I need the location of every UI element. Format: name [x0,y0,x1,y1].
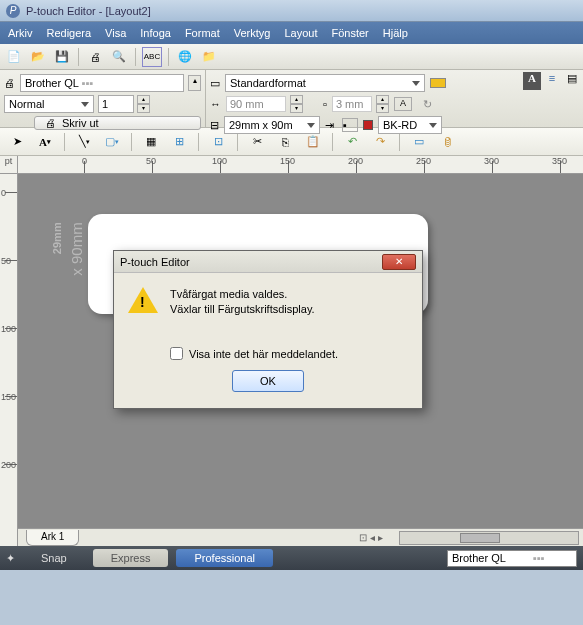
landscape-icon[interactable] [430,78,446,88]
dialog-title: P-touch Editor [120,256,190,268]
line-tool[interactable]: ╲▾ [73,131,95,153]
dialog-close-button[interactable]: ✕ [382,254,416,270]
menu-format[interactable]: Format [185,27,220,39]
margin-icon: ▫ [323,98,327,110]
nav-icons[interactable]: ⊡ ◂ ▸ [359,532,383,543]
pointer-tool[interactable]: ➤ [6,131,28,153]
feed-icon[interactable]: ⇥ [325,119,334,132]
width-spin[interactable]: ▴▾ [290,95,303,113]
menu-infoga[interactable]: Infoga [140,27,171,39]
window-title: P-touch Editor - [Layout2] [26,5,151,17]
vertical-ruler: 0 50 100 150 200 [0,174,18,546]
mode-snap[interactable]: Snap [23,549,85,567]
menu-arkiv[interactable]: Arkiv [8,27,32,39]
red-swatch [363,120,373,130]
main-toolbar: 📄 📂 💾 🖨 🔍 ABC 🌐 📁 [0,44,583,70]
dont-show-label: Visa inte det här meddelandet. [189,348,338,360]
width-icon: ↔ [210,98,221,110]
menu-hjalp[interactable]: Hjälp [383,27,408,39]
table-tool[interactable]: ▦ [140,131,162,153]
app-icon: P [6,4,20,18]
label-dimensions: 29mm x 90mm [47,222,87,275]
separator [135,48,136,66]
open-button[interactable]: 📂 [28,47,48,67]
status-bar: ✦ Snap Express Professional Brother QL▪▪… [0,546,583,570]
format-select[interactable]: Standardformat [225,74,425,92]
copies-spinner[interactable]: ▴▾ [137,95,150,113]
mode-professional[interactable]: Professional [176,549,273,567]
menu-bar: Arkiv Redigera Visa Infoga Format Verkty… [0,22,583,44]
sheet-tab[interactable]: Ark 1 [26,530,79,546]
text-a-icon[interactable]: A [394,97,412,111]
menu-visa[interactable]: Visa [105,27,126,39]
media-select[interactable]: 29mm x 90m [224,116,320,134]
save-button[interactable]: 💾 [52,47,72,67]
menu-redigera[interactable]: Redigera [46,27,91,39]
snap-icon: ✦ [6,552,15,565]
new-button[interactable]: 📄 [4,47,24,67]
folder-button[interactable]: 📁 [199,47,219,67]
horizontal-ruler: 0 50 100 150 200 250 300 350 [18,156,583,174]
rotate-icon[interactable]: ↻ [423,98,432,111]
dont-show-checkbox[interactable] [170,347,183,360]
text-tool[interactable]: A▾ [34,131,56,153]
status-printer-select[interactable]: Brother QL▪▪▪ [447,550,577,567]
dialog: P-touch Editor ✕ Tvåfärgat media valdes.… [113,250,423,409]
printer-name-field[interactable]: Brother QL ▪▪▪ [20,74,184,92]
paper-icon: ▭ [210,77,220,90]
separator [78,48,79,66]
print-button[interactable]: 🖨 [85,47,105,67]
transfer-button[interactable]: 🌐 [175,47,195,67]
margin-field[interactable]: 3 mm [332,96,372,112]
rect-tool[interactable]: ▢▾ [101,131,123,153]
margin-spin[interactable]: ▴▾ [376,95,389,113]
dialog-titlebar: P-touch Editor ✕ [114,251,422,273]
prev-printer[interactable]: ▴ [188,75,201,91]
tape-icon: ⊟ [210,119,219,132]
color-swatch[interactable]: ▪ [342,118,358,132]
title-bar: P P-touch Editor - [Layout2] [0,0,583,22]
width-field[interactable]: 90 mm [226,96,286,112]
copies-input[interactable]: 1 [98,95,134,113]
separator [168,48,169,66]
more-panel-btn[interactable]: ▤ [563,72,581,90]
font-panel-btn[interactable]: A [523,72,541,90]
quality-select[interactable]: Normal [4,95,94,113]
align-panel-btn[interactable]: ≡ [543,72,561,90]
align-tool[interactable]: ⊞ [168,131,190,153]
color-select[interactable]: BK-RD [378,116,442,134]
ruler-unit: pt [0,156,18,174]
menu-fonster[interactable]: Fönster [331,27,368,39]
mode-express[interactable]: Express [93,549,169,567]
printer-icon: 🖨 [4,77,16,89]
warning-icon [128,287,158,315]
properties-bar: 🖨 Brother QL ▪▪▪ ▴ Normal 1 ▴▾ 🖨 Skriv u… [0,70,583,128]
ok-button[interactable]: OK [232,370,304,392]
menu-layout[interactable]: Layout [284,27,317,39]
menu-verktyg[interactable]: Verktyg [234,27,271,39]
print-btn[interactable]: 🖨 Skriv ut [34,116,201,130]
text-button[interactable]: ABC [142,47,162,67]
print-icon: 🖨 [45,117,56,129]
horizontal-scrollbar[interactable] [399,531,579,545]
sheet-tabs-bar: Ark 1 ⊡ ◂ ▸ [18,528,583,546]
dialog-message: Tvåfärgat media valdes. Växlar till Färg… [170,287,315,317]
preview-button[interactable]: 🔍 [109,47,129,67]
